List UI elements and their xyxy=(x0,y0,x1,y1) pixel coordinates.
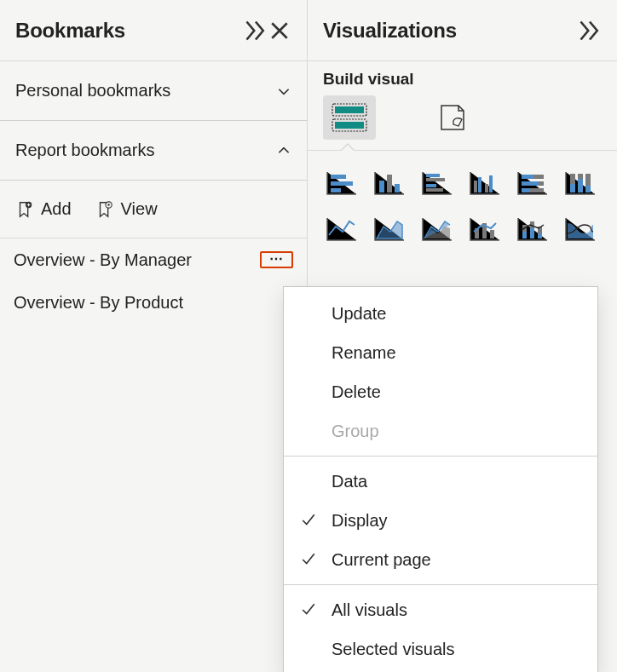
svg-rect-35 xyxy=(490,230,494,238)
visualization-gallery xyxy=(308,151,617,261)
svg-rect-23 xyxy=(522,181,539,186)
svg-rect-22 xyxy=(533,175,544,179)
menu-group: Group xyxy=(284,411,597,451)
viz-stacked-area-chart[interactable] xyxy=(418,212,456,246)
menu-label: Selected visuals xyxy=(332,640,455,659)
close-icon xyxy=(268,19,291,43)
svg-rect-12 xyxy=(395,184,400,192)
svg-rect-14 xyxy=(426,178,445,181)
format-tab[interactable] xyxy=(427,95,480,140)
menu-divider xyxy=(284,584,597,585)
svg-rect-16 xyxy=(426,188,443,192)
menu-update[interactable]: Update xyxy=(284,294,597,333)
svg-rect-39 xyxy=(530,228,534,238)
menu-display[interactable]: Display xyxy=(284,501,597,540)
bookmarks-pane: Bookmarks Personal bookmarks Report book… xyxy=(0,0,308,672)
viz-clustered-bar[interactable] xyxy=(418,166,456,200)
menu-divider xyxy=(284,456,597,457)
viz-area-chart[interactable] xyxy=(371,212,408,246)
svg-rect-20 xyxy=(489,175,493,192)
svg-point-2 xyxy=(107,204,109,205)
menu-label: Update xyxy=(332,304,387,324)
bookmark-add-icon xyxy=(15,200,34,219)
menu-current-page[interactable]: Current page xyxy=(284,540,597,579)
svg-rect-26 xyxy=(530,188,544,192)
menu-selected-visuals[interactable]: Selected visuals xyxy=(284,629,597,669)
viz-stacked-column[interactable] xyxy=(371,166,408,200)
svg-rect-24 xyxy=(539,181,544,186)
svg-rect-7 xyxy=(331,175,346,179)
check-icon xyxy=(301,513,316,528)
bookmark-context-menu: Update Rename Delete Group Data Display … xyxy=(283,286,598,672)
svg-rect-30 xyxy=(578,179,583,192)
bookmark-view-icon xyxy=(95,200,114,219)
report-bookmarks-label: Report bookmarks xyxy=(15,141,276,160)
chevron-double-right-icon xyxy=(578,19,602,43)
bookmark-item[interactable]: Overview - By Product xyxy=(0,281,307,324)
svg-rect-13 xyxy=(426,174,440,177)
menu-delete[interactable]: Delete xyxy=(284,372,597,411)
view-label: View xyxy=(121,199,158,219)
viz-clustered-column[interactable] xyxy=(466,166,504,200)
viz-100-stacked-bar[interactable] xyxy=(514,166,551,200)
build-visual-subtitle: Build visual xyxy=(308,61,617,95)
svg-rect-21 xyxy=(522,175,533,179)
fields-icon xyxy=(331,102,368,133)
build-tabs xyxy=(308,95,617,151)
chevron-down-icon xyxy=(276,83,291,99)
menu-label: Delete xyxy=(332,382,381,402)
personal-bookmarks-label: Personal bookmarks xyxy=(15,81,276,101)
svg-rect-8 xyxy=(331,181,353,186)
svg-rect-19 xyxy=(485,184,488,192)
menu-label: Data xyxy=(332,472,367,491)
svg-rect-28 xyxy=(570,184,575,192)
menu-label: Display xyxy=(332,511,388,531)
svg-rect-15 xyxy=(426,184,436,187)
svg-rect-11 xyxy=(387,175,392,192)
menu-all-visuals[interactable]: All visuals xyxy=(284,590,597,629)
menu-label: Current page xyxy=(332,550,431,570)
more-options-button[interactable]: ⋯ xyxy=(260,251,294,268)
chevron-up-icon xyxy=(276,143,291,158)
report-bookmarks-section[interactable]: Report bookmarks xyxy=(0,121,307,181)
viz-ribbon-chart[interactable] xyxy=(562,212,599,246)
svg-rect-17 xyxy=(474,181,477,192)
check-icon xyxy=(301,552,316,567)
collapse-pane-button[interactable] xyxy=(244,19,268,43)
view-bookmark-button[interactable]: View xyxy=(95,199,158,219)
svg-rect-25 xyxy=(522,188,530,192)
svg-rect-32 xyxy=(585,186,591,192)
personal-bookmarks-section[interactable]: Personal bookmarks xyxy=(0,61,307,121)
viz-line-clustered-column[interactable] xyxy=(466,212,504,246)
bookmark-label: Overview - By Manager xyxy=(14,250,260,270)
chevron-double-right-icon xyxy=(244,19,268,43)
menu-label: Group xyxy=(332,422,379,441)
svg-rect-10 xyxy=(379,181,384,192)
svg-rect-4 xyxy=(335,106,364,113)
viz-line-stacked-column[interactable] xyxy=(514,212,551,246)
menu-data[interactable]: Data xyxy=(284,462,597,501)
close-pane-button[interactable] xyxy=(268,19,291,43)
visualizations-header: Visualizations xyxy=(308,0,617,61)
svg-rect-37 xyxy=(522,232,527,238)
svg-rect-9 xyxy=(331,188,341,192)
viz-stacked-bar[interactable] xyxy=(323,166,360,200)
add-bookmark-button[interactable]: Add xyxy=(15,199,72,219)
collapse-viz-pane-button[interactable] xyxy=(578,19,602,43)
format-page-icon xyxy=(435,102,472,133)
active-tab-indicator xyxy=(340,143,355,151)
viz-100-stacked-column[interactable] xyxy=(562,166,599,200)
svg-rect-18 xyxy=(478,177,481,192)
add-label: Add xyxy=(41,199,72,219)
bookmarks-toolbar: Add View xyxy=(0,181,307,238)
menu-label: Rename xyxy=(332,343,396,363)
build-tab[interactable] xyxy=(323,95,376,140)
viz-line-chart[interactable] xyxy=(323,212,360,246)
svg-rect-6 xyxy=(335,122,364,129)
check-icon xyxy=(301,602,316,617)
bookmark-label: Overview - By Product xyxy=(14,293,293,313)
svg-rect-41 xyxy=(538,233,542,238)
bookmarks-header: Bookmarks xyxy=(0,0,307,61)
menu-rename[interactable]: Rename xyxy=(284,333,597,372)
bookmark-item[interactable]: Overview - By Manager ⋯ xyxy=(0,238,307,281)
